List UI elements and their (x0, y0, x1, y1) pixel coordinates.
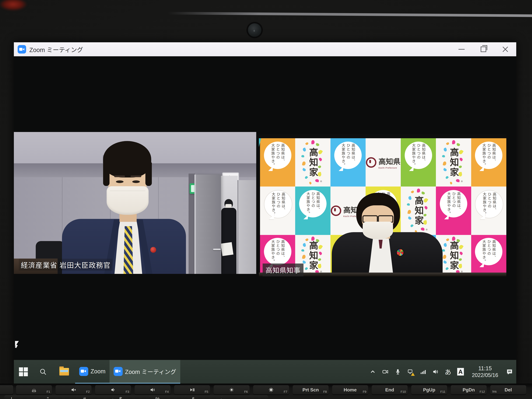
taskbar-button-label: Zoom ミーティング (125, 367, 176, 376)
kochi-ke-logo-text: 高知家 (412, 196, 425, 226)
zoom-app-icon (79, 367, 88, 376)
windows-taskbar: Zoom Zoom ミーティング (14, 360, 516, 384)
tray-date: 2022/05/16 (472, 372, 498, 379)
minister-striped-tie (124, 226, 133, 274)
system-tray: あ A 11:15 2022/05/16 (369, 360, 516, 384)
laptop-photo: Zoom ミーティング (0, 0, 532, 399)
mouse-cursor (15, 341, 19, 347)
minister-face-mask (107, 186, 149, 215)
restore-button[interactable] (473, 42, 494, 56)
kochi-ke-logo-text: 高知家 (306, 241, 319, 271)
key-mute: F2 (56, 385, 91, 394)
laptop-screen: Zoom ミーティング (14, 42, 516, 384)
window-title: Zoom ミーティング (29, 45, 83, 54)
zoom-app-icon (114, 367, 123, 376)
file-explorer-button[interactable] (53, 360, 75, 384)
start-button[interactable] (14, 360, 33, 384)
key-end: EndF10 (372, 385, 408, 394)
key-shift-legend: $ (119, 396, 122, 399)
governor-glasses (362, 215, 394, 221)
camera-icon (19, 48, 22, 51)
minimize-button[interactable] (451, 42, 473, 56)
key-shift-legend: % (155, 396, 160, 399)
zoom-tray-icon[interactable] (381, 368, 389, 375)
folder-icon (59, 368, 69, 375)
key-pgdn: PgDnF12 (451, 385, 487, 394)
key-shift-legend: # (83, 396, 86, 399)
governor-face-mask (363, 222, 393, 239)
taskbar-clock[interactable]: 11:15 2022/05/16 (469, 365, 501, 379)
show-hidden-icons-chevron[interactable] (369, 368, 377, 375)
key-partial-esc (0, 385, 13, 394)
background-red-reflection (0, 0, 32, 13)
kochi-ke-logo-text: 高知家 (306, 148, 319, 177)
key-home: HomeF9 (332, 385, 368, 394)
restore-icon (481, 46, 486, 52)
ime-mode-indicator[interactable]: A (457, 368, 464, 375)
minister-eye (132, 180, 140, 183)
key-backlight: F1 (16, 385, 52, 394)
key-shift-legend: & (192, 396, 195, 399)
zoom-meeting-area: 経済産業省 岩田大臣政務官 高知県は、 ひとつの 大家族やき。高知家®高知県は、… (14, 56, 516, 360)
action-center-icon (506, 368, 513, 375)
key-vol-up: F4 (135, 385, 171, 394)
minister-hair-side (103, 164, 109, 186)
search-button[interactable] (33, 360, 53, 384)
minister-eyebrow (114, 175, 125, 177)
volume-tray-icon[interactable] (432, 368, 439, 375)
minister-eye (116, 180, 124, 183)
windows-logo-icon (19, 367, 28, 376)
video-tile-governor[interactable]: 高知県は、 ひとつの 大家族やき。高知家®高知県は、 ひとつの 大家族やき。高知… (259, 134, 506, 276)
key-play-pause: F5 (174, 385, 210, 394)
minimize-icon (458, 49, 465, 50)
key-prt-scn: Prt ScnF8 (293, 385, 329, 394)
laptop-keyboard-deck: F1F2F3F4F5F6F7Prt ScnF8HomeF9EndF10PgUpF… (0, 384, 532, 399)
key-bright-down: F6 (214, 385, 249, 394)
key-vol-down: F3 (95, 385, 131, 394)
minister-lapel-pin (150, 247, 156, 253)
governor-sdgs-pin (397, 249, 404, 256)
zoom-window-titlebar[interactable]: Zoom ミーティング (14, 42, 516, 56)
key-bright-up: F7 (253, 385, 289, 394)
warning-triangle-icon (411, 373, 415, 376)
webcam-lens (248, 23, 261, 37)
microphone-tray-icon[interactable] (394, 368, 402, 375)
network-warning-tray-icon[interactable] (407, 368, 414, 375)
minister-figure (14, 132, 256, 274)
key-del: DelIns (490, 385, 526, 394)
close-button[interactable] (494, 42, 516, 56)
governor-figure (259, 134, 506, 276)
search-icon (39, 368, 47, 375)
key-number-row (221, 395, 268, 399)
close-icon (502, 46, 508, 52)
minister-hair-side (146, 163, 152, 186)
key-shift-legend: " (47, 396, 49, 399)
key-pgup: PgUpF11 (411, 385, 447, 394)
kochi-ke-logo-text: 高知家 (447, 148, 460, 177)
taskbar-button-label: Zoom (91, 368, 105, 375)
kochi-ke-logo-text: 高知家 (447, 241, 460, 271)
taskbar-zoom-button[interactable]: Zoom (75, 360, 109, 384)
key-shift-legend: ! (11, 396, 12, 399)
video-tile-minister[interactable]: 経済産業省 岩田大臣政務官 (14, 132, 256, 274)
ime-kana-indicator[interactable]: あ (444, 368, 452, 375)
participant-name-label: 高知県知事 (263, 264, 304, 276)
participant-name-label: 経済産業省 岩田大臣政務官 (19, 259, 113, 271)
signal-bars-tray-icon[interactable] (419, 368, 427, 375)
taskbar-zoom-meeting-button[interactable]: Zoom ミーティング (109, 360, 180, 384)
action-center-button[interactable] (506, 368, 513, 375)
zoom-app-icon (18, 45, 26, 54)
tray-time: 11:15 (478, 365, 492, 372)
laptop-lid-edge (168, 12, 532, 17)
minister-eyebrow (131, 175, 141, 177)
